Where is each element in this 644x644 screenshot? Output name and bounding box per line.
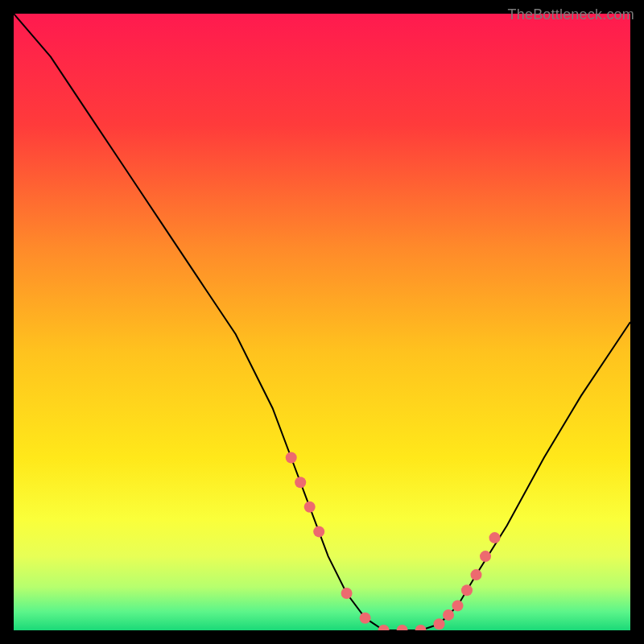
- marker-dot: [313, 526, 324, 537]
- marker-dot: [286, 452, 297, 464]
- highlight-markers: [286, 452, 501, 631]
- marker-dot: [452, 600, 464, 611]
- marker-dot: [304, 502, 316, 513]
- plot-area: [14, 14, 630, 630]
- marker-dot: [443, 609, 454, 621]
- marker-dot: [360, 613, 371, 624]
- marker-dot: [415, 625, 427, 630]
- marker-dot: [397, 625, 408, 630]
- marker-dot: [461, 584, 473, 596]
- marker-dot: [295, 477, 306, 488]
- chart-svg: [14, 14, 630, 630]
- marker-dot: [480, 551, 491, 562]
- marker-dot: [378, 625, 390, 630]
- marker-dot: [434, 618, 445, 630]
- marker-dot: [489, 532, 501, 543]
- marker-dot: [341, 588, 353, 599]
- marker-dot: [471, 569, 482, 580]
- watermark-text: TheBottleneck.com: [508, 6, 634, 23]
- bottleneck-curve: [14, 14, 630, 630]
